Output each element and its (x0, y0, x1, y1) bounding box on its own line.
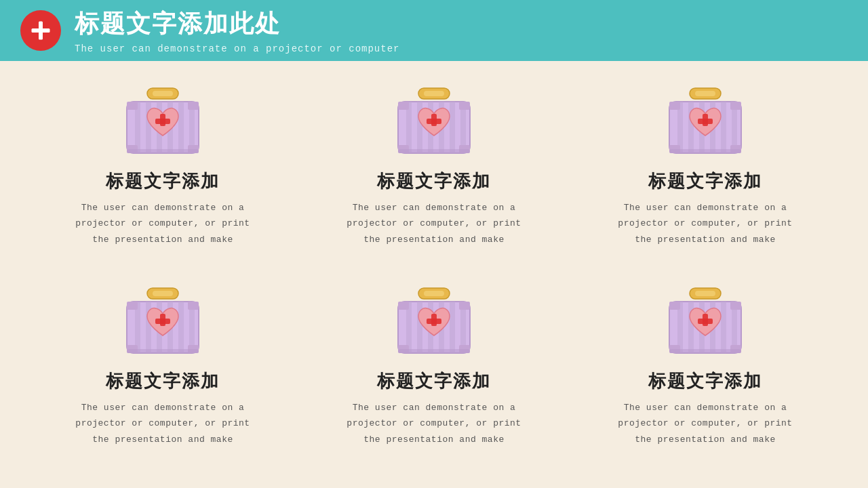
kit-illustration-5 (383, 281, 485, 363)
svg-rect-16 (155, 119, 170, 124)
svg-rect-67 (424, 291, 444, 296)
header-title: 标题文字添加此处 (75, 7, 399, 41)
header-icon-circle (20, 10, 61, 51)
main-grid: 标题文字添加 The user can demonstrate on aproj… (0, 61, 868, 488)
svg-rect-76 (459, 302, 470, 310)
card-title-5: 标题文字添加 (377, 369, 491, 393)
svg-rect-57 (178, 302, 184, 353)
svg-rect-59 (127, 302, 138, 310)
svg-rect-43 (669, 102, 680, 110)
kit-illustration-1 (112, 81, 214, 163)
svg-rect-89 (721, 302, 726, 353)
card-1: 标题文字添加 The user can demonstrate on aproj… (41, 81, 285, 268)
svg-rect-83 (695, 291, 715, 296)
card-desc-2: The user can demonstrate on aprojector o… (347, 200, 521, 247)
svg-rect-33 (398, 149, 470, 153)
svg-rect-25 (450, 102, 455, 153)
svg-rect-75 (398, 302, 409, 310)
svg-rect-60 (188, 302, 199, 310)
header: 标题文字添加此处 The user can demonstrate on a p… (0, 0, 868, 61)
card-desc-1: The user can demonstrate on aprojector o… (75, 200, 250, 247)
card-title-1: 标题文字添加 (106, 169, 220, 193)
card-6: 标题文字添加 The user can demonstrate on aproj… (583, 281, 827, 468)
svg-rect-12 (188, 102, 199, 110)
svg-rect-9 (178, 102, 184, 153)
card-3: 标题文字添加 The user can demonstrate on aproj… (583, 81, 827, 268)
card-desc-5: The user can demonstrate on aprojector o… (347, 400, 521, 447)
header-text: 标题文字添加此处 The user can demonstrate on a p… (75, 7, 399, 54)
svg-rect-51 (153, 291, 173, 296)
svg-rect-1 (32, 28, 50, 33)
svg-rect-41 (721, 102, 726, 153)
svg-rect-91 (669, 302, 680, 310)
svg-rect-48 (698, 119, 713, 124)
card-title-6: 标题文字添加 (648, 369, 762, 393)
kit-illustration-2 (383, 81, 485, 163)
card-desc-4: The user can demonstrate on aprojector o… (75, 400, 250, 447)
plus-icon (28, 18, 53, 43)
svg-rect-35 (695, 91, 715, 96)
card-title-4: 标题文字添加 (106, 369, 220, 393)
svg-rect-19 (424, 91, 444, 96)
header-subtitle: The user can demonstrate on a projector … (75, 43, 399, 54)
svg-rect-28 (459, 102, 470, 110)
card-title-2: 标题文字添加 (377, 169, 491, 193)
svg-rect-97 (669, 349, 741, 353)
kit-illustration-4 (112, 281, 214, 363)
svg-rect-64 (155, 319, 170, 324)
svg-rect-81 (398, 349, 470, 353)
card-4: 标题文字添加 The user can demonstrate on aproj… (41, 281, 285, 468)
svg-rect-3 (153, 91, 173, 96)
kit-illustration-3 (654, 81, 756, 163)
card-desc-6: The user can demonstrate on aprojector o… (618, 400, 792, 447)
svg-rect-92 (730, 302, 741, 310)
svg-rect-80 (427, 319, 441, 324)
svg-rect-17 (127, 149, 199, 153)
card-2: 标题文字添加 The user can demonstrate on aproj… (312, 81, 556, 268)
card-5: 标题文字添加 The user can demonstrate on aproj… (312, 281, 556, 468)
svg-rect-73 (450, 302, 455, 353)
card-title-3: 标题文字添加 (648, 169, 762, 193)
svg-rect-32 (427, 119, 441, 124)
svg-rect-27 (398, 102, 409, 110)
svg-rect-49 (669, 149, 741, 153)
svg-rect-96 (698, 319, 713, 324)
kit-illustration-6 (654, 281, 756, 363)
svg-rect-11 (127, 102, 138, 110)
svg-rect-44 (730, 102, 741, 110)
card-desc-3: The user can demonstrate on aprojector o… (618, 200, 792, 247)
svg-rect-65 (127, 349, 199, 353)
